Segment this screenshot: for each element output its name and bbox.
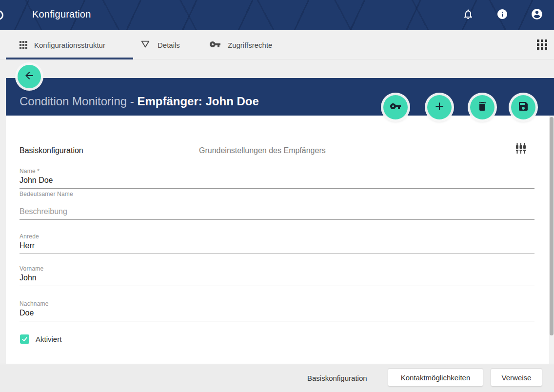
delete-button[interactable] (470, 95, 495, 119)
field-label: Nachname (20, 300, 534, 307)
notifications-bell-icon[interactable] (462, 8, 474, 20)
field-vorname: Vorname (20, 265, 534, 286)
checkbox-label: Aktiviert (36, 335, 61, 343)
app-bar: Konfiguration (0, 0, 554, 30)
tab-zugriffsrechte[interactable]: Zugriffsrechte (209, 30, 272, 59)
component-sliders-icon[interactable] (515, 142, 527, 156)
field-anrede: Anrede (20, 233, 534, 254)
field-nachname: Nachname (20, 300, 534, 321)
vorname-input[interactable] (20, 272, 534, 286)
key-icon (390, 100, 401, 114)
tab-label: Details (158, 41, 180, 49)
content-card: Condition Monitoring - Empfänger: John D… (6, 78, 554, 364)
tab-label: Zugriffsrechte (228, 41, 272, 49)
account-icon[interactable] (531, 8, 543, 20)
page: Konfiguration Konfigurationsstruktur Det… (0, 0, 554, 392)
section-header-title: Condition Monitoring - Empfänger: John D… (20, 95, 259, 108)
kontaktmoeglichkeiten-button[interactable]: Kontaktmöglichkeiten (388, 368, 483, 387)
bottom-bar: Basiskonfiguration Kontaktmöglichkeiten … (0, 364, 554, 392)
anrede-input[interactable] (20, 240, 534, 254)
field-label: Vorname (20, 265, 534, 272)
info-icon[interactable] (496, 8, 508, 20)
plus-icon (433, 100, 446, 115)
floppy-save-icon (517, 100, 529, 114)
trash-icon (476, 100, 488, 114)
bottom-active-section-label: Basiskonfiguration (307, 374, 367, 382)
grid-icon (20, 41, 27, 49)
beschreibung-input[interactable] (20, 206, 534, 220)
funnel-icon (140, 39, 151, 51)
back-button[interactable] (18, 65, 41, 88)
nachname-input[interactable] (20, 307, 534, 321)
active-tab-indicator (6, 58, 133, 59)
add-button[interactable] (427, 95, 452, 119)
app-logo (0, 10, 3, 20)
scrollbar-track[interactable] (549, 116, 554, 364)
arrow-left-icon (23, 70, 35, 83)
tab-details[interactable]: Details (140, 30, 180, 59)
apps-grid-icon[interactable] (537, 39, 547, 50)
name-input[interactable] (20, 175, 534, 189)
field-beschreibung (20, 206, 534, 220)
page-title: Konfiguration (32, 9, 91, 20)
aktiviert-checkbox-row[interactable]: Aktiviert (20, 334, 61, 344)
title-highlight: Empfänger: John Doe (137, 95, 258, 108)
field-label: Name * (20, 168, 534, 175)
field-name: Name * (20, 168, 534, 189)
section-title: Basiskonfiguration (20, 146, 83, 155)
field-label: Bedeutsamer Name (20, 191, 534, 197)
field-bedeutsamer-name: Bedeutsamer Name (20, 191, 534, 197)
verweise-button[interactable]: Verweise (491, 368, 542, 387)
tab-label: Konfigurationsstruktur (34, 41, 105, 49)
scrollbar-thumb[interactable] (550, 117, 554, 335)
save-button[interactable] (511, 95, 535, 119)
checkbox-checked-icon[interactable] (20, 334, 29, 344)
tab-konfigurationsstruktur[interactable]: Konfigurationsstruktur (20, 30, 105, 59)
key-icon (209, 39, 221, 52)
permissions-button[interactable] (383, 95, 408, 119)
title-prefix: Condition Monitoring - (20, 95, 137, 108)
field-label: Anrede (20, 233, 534, 240)
section-subtitle: Grundeinstellungen des Empfängers (199, 146, 326, 155)
tab-bar: Konfigurationsstruktur Details Zugriffsr… (0, 30, 554, 59)
